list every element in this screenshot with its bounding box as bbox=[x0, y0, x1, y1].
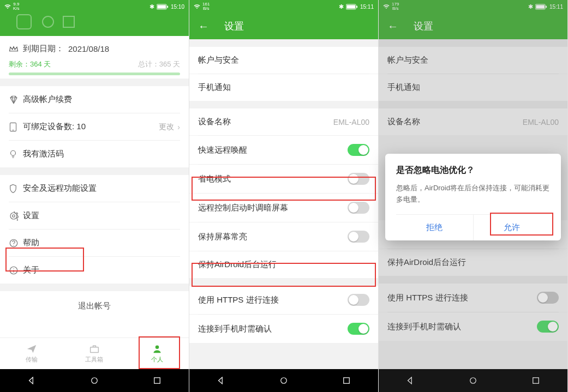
keep-background-row[interactable]: 保持AirDroid后台运行 bbox=[189, 251, 378, 278]
activation-row[interactable]: 我有激活码 bbox=[0, 141, 189, 167]
confirm-toggle[interactable] bbox=[348, 323, 369, 335]
settings-content: 帐户与安全 手机通知 设备名称 EML-AL00 快速远程唤醒 省电模式 远程控… bbox=[189, 39, 378, 369]
svg-rect-23 bbox=[344, 378, 350, 384]
status-bar: 9.9 K/s ✱ 15:10 bbox=[0, 0, 189, 13]
premium-renew-label: 高级帐户续费 bbox=[23, 94, 180, 105]
help-row[interactable]: 帮助 bbox=[0, 230, 189, 256]
svg-rect-21 bbox=[356, 5, 357, 8]
devices-row[interactable]: 可绑定设备数: 10 更改 › bbox=[0, 113, 189, 140]
settings-label: 设置 bbox=[23, 210, 180, 221]
diamond-icon bbox=[9, 95, 23, 105]
sys-home[interactable] bbox=[468, 376, 478, 385]
devname-value: EML-AL00 bbox=[333, 118, 369, 126]
send-icon bbox=[26, 344, 37, 354]
days-remaining: 剩余：364 天 bbox=[9, 59, 51, 69]
nav-toolbox-label: 工具箱 bbox=[85, 355, 103, 364]
https-label: 使用 HTTPS 进行连接 bbox=[198, 295, 348, 305]
sys-back[interactable] bbox=[216, 376, 226, 385]
bluetooth-icon: ✱ bbox=[150, 3, 154, 10]
status-bar: 161 B/s ✱ 15:11 bbox=[189, 0, 378, 13]
chevron-right-icon: › bbox=[177, 123, 180, 131]
logout-button[interactable]: 退出帐号 bbox=[0, 291, 189, 321]
back-button[interactable]: ← bbox=[387, 20, 398, 33]
svg-point-27 bbox=[470, 378, 476, 384]
sys-back[interactable] bbox=[27, 376, 37, 385]
svg-point-16 bbox=[156, 345, 159, 349]
nav-me[interactable]: 个人 bbox=[126, 338, 189, 369]
sys-home[interactable] bbox=[279, 376, 289, 385]
dialog-reject-button[interactable]: 拒绝 bbox=[396, 215, 473, 240]
confirm-connect-row[interactable]: 连接到手机时需确认 bbox=[379, 312, 567, 341]
confirm-connect-row[interactable]: 连接到手机时需确认 bbox=[189, 315, 378, 343]
premium-renew-row[interactable]: 高级帐户续费 bbox=[0, 86, 189, 113]
security-row[interactable]: 安全及远程功能设置 bbox=[0, 175, 189, 202]
svg-rect-2 bbox=[167, 5, 168, 8]
activation-label: 我有激活码 bbox=[23, 149, 180, 159]
sys-back[interactable] bbox=[405, 376, 415, 385]
device-icon bbox=[9, 122, 23, 132]
nav-toolbox[interactable]: 工具箱 bbox=[63, 338, 125, 369]
settings-row[interactable]: 设置 bbox=[0, 202, 189, 229]
phone-notify-row[interactable]: 手机通知 bbox=[379, 74, 567, 101]
expiry-label: 到期日期： bbox=[23, 44, 64, 54]
https-toggle[interactable] bbox=[348, 294, 369, 306]
device-name-row[interactable]: 设备名称 EML-AL00 bbox=[379, 108, 567, 135]
battery-icon bbox=[346, 4, 358, 10]
dialog-allow-button[interactable]: 允许 bbox=[474, 215, 551, 240]
quick-wake-row[interactable]: 快速远程唤醒 bbox=[189, 136, 378, 164]
device-name-row[interactable]: 设备名称 EML-AL00 bbox=[189, 108, 378, 135]
keepon-toggle[interactable] bbox=[348, 231, 369, 243]
account-security-row[interactable]: 帐户与安全 bbox=[189, 47, 378, 74]
wifi-icon bbox=[4, 3, 11, 10]
nav-transfer[interactable]: 传输 bbox=[0, 338, 63, 369]
sys-recent[interactable] bbox=[342, 376, 351, 385]
keepon-label: 保持屏幕常亮 bbox=[198, 232, 348, 242]
bottom-nav: 传输 工具箱 个人 bbox=[0, 337, 189, 369]
system-nav bbox=[379, 369, 567, 392]
network-speed: 9.9 K/s bbox=[13, 2, 20, 11]
keep-background-row[interactable]: 保持AirDroid后台运行 bbox=[379, 249, 567, 276]
svg-rect-20 bbox=[346, 5, 355, 8]
sys-recent[interactable] bbox=[152, 376, 162, 385]
dim-toggle[interactable] bbox=[348, 202, 369, 214]
security-label: 安全及远程功能设置 bbox=[23, 183, 180, 194]
person-icon bbox=[152, 344, 163, 354]
account-security-row[interactable]: 帐户与安全 bbox=[379, 47, 567, 74]
about-row[interactable]: 关于 bbox=[0, 257, 189, 284]
account-label: 帐户与安全 bbox=[198, 55, 369, 65]
keep-screen-on-row[interactable]: 保持屏幕常亮 bbox=[189, 222, 378, 251]
phone-dialog: 179 B/s ✱ 15:11 ← 设置 帐户与安全 手机通知 设备名称 EML… bbox=[379, 0, 568, 392]
back-button[interactable]: ← bbox=[198, 20, 209, 33]
confirm-toggle[interactable] bbox=[537, 321, 559, 333]
sys-recent[interactable] bbox=[531, 376, 541, 385]
svg-point-14 bbox=[13, 268, 14, 269]
dim-screen-row[interactable]: 远程控制启动时调暗屏幕 bbox=[189, 194, 378, 222]
svg-point-8 bbox=[10, 213, 17, 219]
nav-me-label: 个人 bbox=[151, 355, 163, 364]
sys-home[interactable] bbox=[89, 376, 99, 385]
powersave-label: 省电模式 bbox=[198, 174, 348, 184]
battery-optimize-dialog: 是否忽略电池优化？ 忽略后，AirDroid将在后台保持连接，可能消耗更多电量。… bbox=[385, 154, 561, 240]
https-row[interactable]: 使用 HTTPS 进行连接 bbox=[189, 286, 378, 314]
about-label: 关于 bbox=[23, 265, 180, 275]
notify-label: 手机通知 bbox=[387, 82, 559, 93]
account-label: 帐户与安全 bbox=[387, 55, 559, 65]
svg-point-7 bbox=[11, 150, 16, 155]
status-time: 15:11 bbox=[549, 4, 563, 10]
battery-icon bbox=[535, 4, 547, 10]
battery-icon bbox=[157, 4, 169, 10]
svg-rect-15 bbox=[91, 347, 99, 352]
powersave-toggle[interactable] bbox=[348, 173, 369, 185]
https-toggle[interactable] bbox=[537, 292, 559, 304]
keepbg-label: 保持AirDroid后台运行 bbox=[198, 260, 369, 270]
wake-toggle[interactable] bbox=[348, 144, 369, 156]
content-personal: 到期日期： 2021/08/18 剩余：364 天 总计：365 天 高级帐户续… bbox=[0, 36, 189, 337]
phone-notify-row[interactable]: 手机通知 bbox=[189, 74, 378, 101]
page-title: 设置 bbox=[224, 20, 244, 33]
briefcase-icon bbox=[89, 344, 100, 354]
https-row[interactable]: 使用 HTTPS 进行连接 bbox=[379, 284, 567, 312]
https-label: 使用 HTTPS 进行连接 bbox=[387, 293, 537, 303]
network-speed: 179 B/s bbox=[392, 2, 399, 11]
status-time: 15:10 bbox=[171, 4, 184, 10]
power-save-row[interactable]: 省电模式 bbox=[189, 165, 378, 193]
